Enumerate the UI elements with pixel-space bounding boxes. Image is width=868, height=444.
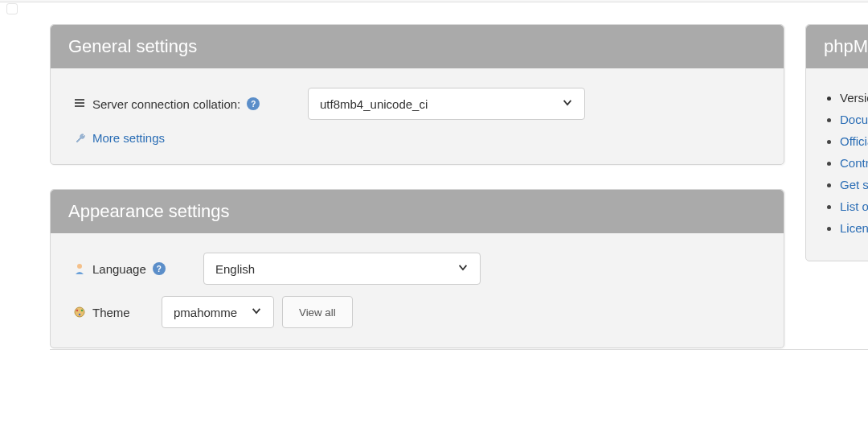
sidebar-item: License xyxy=(840,221,868,235)
appearance-settings-panel: Appearance settings Language ? English xyxy=(50,189,784,348)
language-select[interactable]: English xyxy=(203,253,481,285)
theme-icon xyxy=(73,306,86,319)
appearance-settings-header: Appearance settings xyxy=(51,190,784,233)
chevron-down-icon xyxy=(562,97,573,111)
sidebar-item: Official Homepage xyxy=(840,134,868,148)
divider xyxy=(50,349,868,350)
view-all-button[interactable]: View all xyxy=(282,296,353,328)
help-icon[interactable]: ? xyxy=(153,262,166,275)
sidebar-link[interactable]: Official Homepage xyxy=(840,134,868,148)
theme-select[interactable]: pmahomme xyxy=(162,296,274,328)
sidebar-item: List of changes xyxy=(840,199,868,213)
phpmyadmin-panel: phpMyAdmin Version information: Document… xyxy=(805,24,868,261)
collation-label: Server connection collation: xyxy=(92,97,240,111)
collation-value: utf8mb4_unicode_ci xyxy=(320,97,428,111)
collapse-handle-icon[interactable] xyxy=(6,3,18,14)
wrench-icon xyxy=(73,132,86,145)
language-icon xyxy=(73,262,86,275)
sidebar-item: Version information: xyxy=(840,91,868,105)
svg-point-7 xyxy=(79,314,80,315)
svg-rect-2 xyxy=(75,105,84,107)
chevron-down-icon xyxy=(251,306,262,319)
sidebar-link[interactable]: Get support xyxy=(840,178,868,191)
svg-point-3 xyxy=(77,264,82,269)
sidebar-item: Get support xyxy=(840,178,868,191)
chevron-down-icon xyxy=(457,262,469,276)
sidebar-link[interactable]: License xyxy=(840,221,868,235)
window-top-border xyxy=(0,0,868,2)
sidebar-link[interactable]: Documentation xyxy=(840,113,868,126)
general-settings-panel: General settings Server connection colla… xyxy=(50,24,784,165)
sidebar-link[interactable]: List of changes xyxy=(840,199,868,213)
theme-value: pmahomme xyxy=(174,306,237,319)
svg-point-6 xyxy=(81,310,83,311)
language-label: Language xyxy=(92,262,146,276)
svg-point-5 xyxy=(76,310,78,311)
general-settings-header: General settings xyxy=(51,25,784,68)
theme-label: Theme xyxy=(92,306,130,319)
svg-point-4 xyxy=(75,307,84,317)
sidebar-item: Contribute xyxy=(840,156,868,170)
phpmyadmin-link-list: Version information: Documentation Offic… xyxy=(824,91,868,235)
language-value: English xyxy=(215,262,255,276)
more-settings-link[interactable]: More settings xyxy=(92,131,165,145)
sidebar-link[interactable]: Contribute xyxy=(840,156,868,170)
collation-select[interactable]: utf8mb4_unicode_ci xyxy=(308,88,585,120)
svg-rect-1 xyxy=(75,102,84,104)
collation-icon xyxy=(73,97,86,110)
sidebar-item: Documentation xyxy=(840,113,868,126)
phpmyadmin-header: phpMyAdmin xyxy=(806,25,868,68)
help-icon[interactable]: ? xyxy=(247,97,260,110)
svg-rect-0 xyxy=(75,99,84,101)
